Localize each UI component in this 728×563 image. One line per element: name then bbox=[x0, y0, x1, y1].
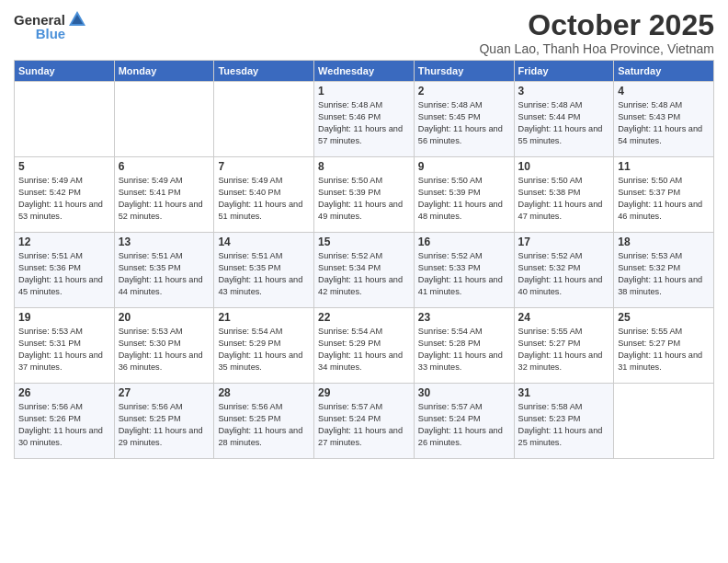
table-row: 13Sunrise: 5:51 AMSunset: 5:35 PMDayligh… bbox=[114, 233, 214, 308]
header-saturday: Saturday bbox=[614, 61, 714, 82]
day-number: 22 bbox=[318, 311, 410, 324]
cell-sunset: Sunset: 5:30 PM bbox=[119, 339, 181, 348]
cell-sunrise: Sunrise: 5:57 AM bbox=[318, 402, 382, 411]
table-row: 19Sunrise: 5:53 AMSunset: 5:31 PMDayligh… bbox=[15, 308, 115, 384]
cell-daylight: Daylight: 11 hours and 35 minutes. bbox=[218, 350, 302, 372]
table-row: 8Sunrise: 5:50 AMSunset: 5:39 PMDaylight… bbox=[314, 157, 415, 233]
header-friday: Friday bbox=[514, 61, 614, 82]
cell-sunrise: Sunrise: 5:52 AM bbox=[518, 251, 583, 260]
day-number: 3 bbox=[518, 85, 610, 98]
cell-sunrise: Sunrise: 5:58 AM bbox=[518, 402, 583, 411]
cell-daylight: Daylight: 11 hours and 40 minutes. bbox=[518, 275, 603, 296]
cell-sunrise: Sunrise: 5:56 AM bbox=[119, 402, 183, 411]
cell-sunrise: Sunrise: 5:55 AM bbox=[618, 327, 682, 336]
cell-sunset: Sunset: 5:33 PM bbox=[418, 263, 481, 272]
day-number: 15 bbox=[318, 236, 410, 248]
cell-daylight: Daylight: 11 hours and 54 minutes. bbox=[618, 124, 702, 145]
cell-sunrise: Sunrise: 5:51 AM bbox=[218, 251, 282, 260]
table-row: 17Sunrise: 5:52 AMSunset: 5:32 PMDayligh… bbox=[514, 233, 614, 308]
cell-sunset: Sunset: 5:42 PM bbox=[18, 188, 81, 197]
cell-daylight: Daylight: 11 hours and 30 minutes. bbox=[18, 426, 103, 447]
cell-sunrise: Sunrise: 5:48 AM bbox=[318, 100, 382, 109]
cell-daylight: Daylight: 11 hours and 48 minutes. bbox=[418, 200, 503, 221]
day-number: 27 bbox=[119, 386, 210, 399]
day-number: 7 bbox=[218, 160, 310, 173]
cell-sunset: Sunset: 5:29 PM bbox=[318, 339, 381, 348]
cell-daylight: Daylight: 11 hours and 31 minutes. bbox=[618, 350, 702, 372]
logo-general: General bbox=[14, 12, 65, 28]
table-row: 21Sunrise: 5:54 AMSunset: 5:29 PMDayligh… bbox=[214, 308, 314, 384]
cell-daylight: Daylight: 11 hours and 41 minutes. bbox=[418, 275, 503, 296]
table-row: 6Sunrise: 5:49 AMSunset: 5:41 PMDaylight… bbox=[114, 157, 214, 233]
cell-sunset: Sunset: 5:43 PM bbox=[618, 112, 680, 121]
cell-daylight: Daylight: 11 hours and 32 minutes. bbox=[518, 350, 603, 372]
cell-sunset: Sunset: 5:27 PM bbox=[518, 339, 581, 348]
day-number: 26 bbox=[18, 386, 110, 399]
day-number: 14 bbox=[218, 236, 310, 248]
header-thursday: Thursday bbox=[414, 61, 514, 82]
header-sunday: Sunday bbox=[15, 61, 115, 82]
table-row: 26Sunrise: 5:56 AMSunset: 5:26 PMDayligh… bbox=[15, 384, 115, 459]
day-number: 10 bbox=[518, 160, 610, 173]
cell-sunrise: Sunrise: 5:53 AM bbox=[618, 251, 682, 260]
cell-sunrise: Sunrise: 5:49 AM bbox=[218, 176, 282, 185]
day-number: 13 bbox=[119, 236, 210, 248]
cell-daylight: Daylight: 11 hours and 27 minutes. bbox=[318, 426, 403, 447]
cell-daylight: Daylight: 11 hours and 57 minutes. bbox=[318, 124, 403, 145]
cell-daylight: Daylight: 11 hours and 44 minutes. bbox=[119, 275, 203, 296]
cell-sunset: Sunset: 5:36 PM bbox=[18, 263, 81, 272]
calendar-table: Sunday Monday Tuesday Wednesday Thursday… bbox=[14, 60, 714, 459]
title-block: October 2025 Quan Lao, Thanh Hoa Provinc… bbox=[479, 9, 714, 56]
table-row: 5Sunrise: 5:49 AMSunset: 5:42 PMDaylight… bbox=[15, 157, 115, 233]
cell-sunset: Sunset: 5:25 PM bbox=[218, 414, 280, 423]
cell-sunrise: Sunrise: 5:51 AM bbox=[119, 251, 183, 260]
cell-sunrise: Sunrise: 5:53 AM bbox=[119, 327, 183, 336]
cell-daylight: Daylight: 11 hours and 42 minutes. bbox=[318, 275, 403, 296]
cell-daylight: Daylight: 11 hours and 37 minutes. bbox=[18, 350, 103, 372]
cell-daylight: Daylight: 11 hours and 46 minutes. bbox=[618, 200, 702, 221]
day-number: 18 bbox=[618, 236, 710, 248]
table-row: 24Sunrise: 5:55 AMSunset: 5:27 PMDayligh… bbox=[514, 308, 614, 384]
cell-sunrise: Sunrise: 5:53 AM bbox=[18, 327, 83, 336]
table-row bbox=[114, 82, 214, 157]
cell-daylight: Daylight: 11 hours and 28 minutes. bbox=[218, 426, 302, 447]
table-row: 15Sunrise: 5:52 AMSunset: 5:34 PMDayligh… bbox=[314, 233, 415, 308]
cell-sunset: Sunset: 5:35 PM bbox=[119, 263, 181, 272]
day-number: 9 bbox=[418, 160, 510, 173]
cell-sunset: Sunset: 5:41 PM bbox=[119, 188, 181, 197]
table-row: 2Sunrise: 5:48 AMSunset: 5:45 PMDaylight… bbox=[414, 82, 514, 157]
cell-sunrise: Sunrise: 5:54 AM bbox=[418, 327, 483, 336]
table-row: 14Sunrise: 5:51 AMSunset: 5:35 PMDayligh… bbox=[214, 233, 314, 308]
cell-daylight: Daylight: 11 hours and 25 minutes. bbox=[518, 426, 603, 447]
cell-sunrise: Sunrise: 5:55 AM bbox=[518, 327, 583, 336]
table-row: 28Sunrise: 5:56 AMSunset: 5:25 PMDayligh… bbox=[214, 384, 314, 459]
day-number: 6 bbox=[119, 160, 210, 173]
cell-sunset: Sunset: 5:39 PM bbox=[418, 188, 481, 197]
cell-sunset: Sunset: 5:29 PM bbox=[218, 339, 280, 348]
table-row bbox=[214, 82, 314, 157]
cell-sunset: Sunset: 5:31 PM bbox=[18, 339, 81, 348]
cell-sunrise: Sunrise: 5:56 AM bbox=[218, 402, 282, 411]
logo-blue: Blue bbox=[36, 26, 66, 41]
table-row: 22Sunrise: 5:54 AMSunset: 5:29 PMDayligh… bbox=[314, 308, 415, 384]
day-number: 28 bbox=[218, 386, 310, 399]
table-row: 7Sunrise: 5:49 AMSunset: 5:40 PMDaylight… bbox=[214, 157, 314, 233]
day-number: 20 bbox=[119, 311, 210, 324]
cell-daylight: Daylight: 11 hours and 26 minutes. bbox=[418, 426, 503, 447]
table-row: 29Sunrise: 5:57 AMSunset: 5:24 PMDayligh… bbox=[314, 384, 415, 459]
cell-sunrise: Sunrise: 5:49 AM bbox=[119, 176, 183, 185]
cell-daylight: Daylight: 11 hours and 52 minutes. bbox=[119, 200, 203, 221]
cell-sunrise: Sunrise: 5:56 AM bbox=[18, 402, 83, 411]
cell-daylight: Daylight: 11 hours and 36 minutes. bbox=[119, 350, 203, 372]
cell-sunrise: Sunrise: 5:54 AM bbox=[318, 327, 382, 336]
cell-sunset: Sunset: 5:37 PM bbox=[618, 188, 680, 197]
cell-sunrise: Sunrise: 5:50 AM bbox=[418, 176, 483, 185]
cell-sunrise: Sunrise: 5:52 AM bbox=[418, 251, 483, 260]
day-number: 16 bbox=[418, 236, 510, 248]
cell-daylight: Daylight: 11 hours and 49 minutes. bbox=[318, 200, 403, 221]
month-title: October 2025 bbox=[479, 9, 714, 41]
day-number: 11 bbox=[618, 160, 710, 173]
table-row: 16Sunrise: 5:52 AMSunset: 5:33 PMDayligh… bbox=[414, 233, 514, 308]
cell-sunrise: Sunrise: 5:50 AM bbox=[518, 176, 583, 185]
day-number: 8 bbox=[318, 160, 410, 173]
